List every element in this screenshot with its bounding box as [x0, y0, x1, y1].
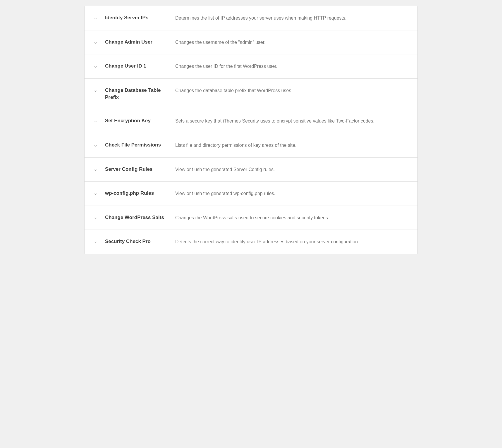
item-title-col: Change WordPress Salts	[105, 214, 175, 221]
item-title-change-user-id-1: Change User ID 1	[105, 63, 146, 69]
chevron-down-icon: ⌄	[93, 142, 98, 147]
chevron-down-icon: ⌄	[93, 87, 98, 93]
item-title-set-encryption-key: Set Encryption Key	[105, 118, 151, 123]
item-description-server-config-rules: View or flush the generated Server Confi…	[175, 167, 275, 172]
chevron-col: ⌄	[93, 63, 105, 68]
item-desc-col: View or flush the generated Server Confi…	[175, 166, 409, 173]
item-description-change-database-table-prefix: Changes the database table prefix that W…	[175, 88, 293, 93]
item-desc-col: Sets a secure key that iThemes Security …	[175, 117, 409, 125]
accordion-item-change-user-id-1[interactable]: ⌄Change User ID 1Changes the user ID for…	[85, 54, 417, 79]
item-title-identify-server-ips: Identify Server IPs	[105, 15, 148, 20]
item-description-change-user-id-1: Changes the user ID for the first WordPr…	[175, 64, 277, 69]
accordion-item-security-check-pro[interactable]: ⌄Security Check ProDetects the correct w…	[85, 230, 417, 254]
item-desc-col: Determines the list of IP addresses your…	[175, 14, 409, 22]
item-desc-col: View or flush the generated wp-config.ph…	[175, 190, 409, 197]
chevron-down-icon: ⌄	[93, 39, 98, 44]
chevron-col: ⌄	[93, 214, 105, 220]
chevron-col: ⌄	[93, 87, 105, 93]
chevron-down-icon: ⌄	[93, 63, 98, 68]
item-title-col: Change Database Table Prefix	[105, 87, 175, 101]
accordion-container: ⌄Identify Server IPsDetermines the list …	[84, 6, 418, 254]
accordion-item-identify-server-ips[interactable]: ⌄Identify Server IPsDetermines the list …	[85, 6, 417, 30]
item-title-col: Change Admin User	[105, 39, 175, 46]
item-title-wp-config-php-rules: wp-config.php Rules	[105, 190, 154, 196]
chevron-col: ⌄	[93, 142, 105, 147]
item-description-wp-config-php-rules: View or flush the generated wp-config.ph…	[175, 191, 275, 196]
item-desc-col: Detects the correct way to identify user…	[175, 238, 409, 246]
accordion-item-change-database-table-prefix[interactable]: ⌄Change Database Table PrefixChanges the…	[85, 79, 417, 109]
item-desc-col: Changes the username of the “admin” user…	[175, 39, 409, 46]
accordion-item-server-config-rules[interactable]: ⌄Server Config RulesView or flush the ge…	[85, 158, 417, 182]
item-title-col: wp-config.php Rules	[105, 190, 175, 197]
chevron-down-icon: ⌄	[93, 15, 98, 20]
item-desc-col: Lists file and directory permissions of …	[175, 142, 409, 149]
item-title-col: Set Encryption Key	[105, 117, 175, 124]
item-title-change-admin-user: Change Admin User	[105, 39, 152, 45]
item-description-change-wordpress-salts: Changes the WordPress salts used to secu…	[175, 215, 329, 220]
chevron-down-icon: ⌄	[93, 215, 98, 220]
item-title-col: Check File Permissions	[105, 142, 175, 149]
item-title-col: Change User ID 1	[105, 63, 175, 70]
item-description-check-file-permissions: Lists file and directory permissions of …	[175, 143, 296, 148]
accordion-item-set-encryption-key[interactable]: ⌄Set Encryption KeySets a secure key tha…	[85, 109, 417, 133]
item-desc-col: Changes the database table prefix that W…	[175, 87, 409, 94]
accordion-item-change-wordpress-salts[interactable]: ⌄Change WordPress SaltsChanges the WordP…	[85, 206, 417, 230]
chevron-col: ⌄	[93, 166, 105, 172]
item-title-col: Identify Server IPs	[105, 14, 175, 21]
accordion-item-change-admin-user[interactable]: ⌄Change Admin UserChanges the username o…	[85, 30, 417, 55]
item-title-change-wordpress-salts: Change WordPress Salts	[105, 215, 164, 220]
chevron-down-icon: ⌄	[93, 239, 98, 244]
chevron-col: ⌄	[93, 190, 105, 196]
item-title-col: Security Check Pro	[105, 238, 175, 245]
accordion-item-wp-config-php-rules[interactable]: ⌄wp-config.php RulesView or flush the ge…	[85, 182, 417, 206]
item-desc-col: Changes the WordPress salts used to secu…	[175, 214, 409, 222]
item-description-security-check-pro: Detects the correct way to identify user…	[175, 239, 359, 244]
chevron-down-icon: ⌄	[93, 118, 98, 123]
item-title-server-config-rules: Server Config Rules	[105, 166, 153, 172]
chevron-col: ⌄	[93, 238, 105, 244]
item-title-change-database-table-prefix: Change Database Table Prefix	[105, 87, 161, 100]
item-title-col: Server Config Rules	[105, 166, 175, 173]
chevron-col: ⌄	[93, 117, 105, 123]
item-description-identify-server-ips: Determines the list of IP addresses your…	[175, 15, 346, 20]
item-description-set-encryption-key: Sets a secure key that iThemes Security …	[175, 118, 374, 123]
chevron-col: ⌄	[93, 14, 105, 20]
item-desc-col: Changes the user ID for the first WordPr…	[175, 63, 409, 70]
item-description-change-admin-user: Changes the username of the “admin” user…	[175, 40, 266, 45]
accordion-item-check-file-permissions[interactable]: ⌄Check File PermissionsLists file and di…	[85, 133, 417, 158]
item-title-security-check-pro: Security Check Pro	[105, 239, 151, 244]
chevron-col: ⌄	[93, 39, 105, 44]
item-title-check-file-permissions: Check File Permissions	[105, 142, 161, 148]
chevron-down-icon: ⌄	[93, 190, 98, 196]
chevron-down-icon: ⌄	[93, 166, 98, 172]
